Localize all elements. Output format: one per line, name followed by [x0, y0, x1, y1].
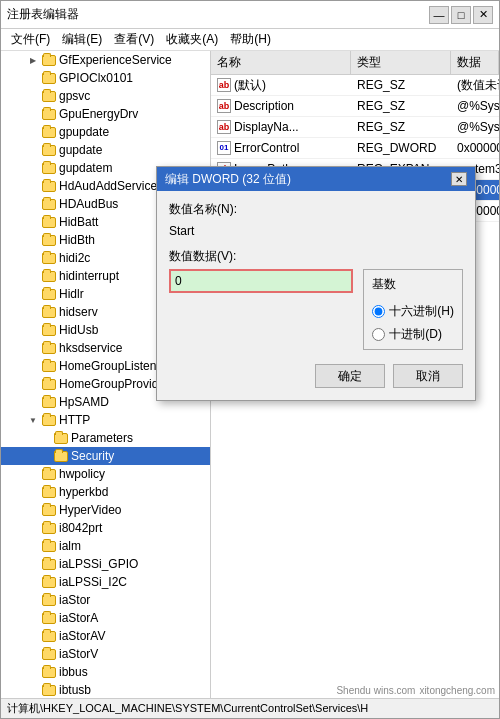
- tree-item[interactable]: ialm: [1, 537, 210, 555]
- reg-value-icon: ab: [217, 99, 231, 113]
- table-cell-name: 01ErrorControl: [211, 138, 351, 158]
- tree-item[interactable]: ▶GfExperienceService: [1, 51, 210, 69]
- dialog-close-button[interactable]: ✕: [451, 172, 467, 186]
- radio-hex[interactable]: [372, 305, 385, 318]
- radio-dec[interactable]: [372, 328, 385, 341]
- tree-toggle-icon[interactable]: [37, 448, 53, 464]
- tree-item[interactable]: GPIOClx0101: [1, 69, 210, 87]
- tree-item[interactable]: iaLPSSi_I2C: [1, 573, 210, 591]
- tree-item-label: HidBth: [59, 233, 95, 247]
- tree-item[interactable]: GpuEnergyDrv: [1, 105, 210, 123]
- tree-toggle-icon[interactable]: [25, 106, 41, 122]
- tree-toggle-icon[interactable]: [25, 556, 41, 572]
- tree-toggle-icon[interactable]: [25, 358, 41, 374]
- tree-item[interactable]: iaStorAV: [1, 627, 210, 645]
- tree-item[interactable]: iaStor: [1, 591, 210, 609]
- tree-toggle-icon[interactable]: [25, 466, 41, 482]
- tree-item-label: hidinterrupt: [59, 269, 119, 283]
- tree-toggle-icon[interactable]: ▶: [25, 52, 41, 68]
- tree-toggle-icon[interactable]: [25, 484, 41, 500]
- tree-toggle-icon[interactable]: [25, 214, 41, 230]
- base-radio-group: 基数 十六进制(H) 十进制(D): [363, 269, 463, 350]
- minimize-button[interactable]: —: [429, 6, 449, 24]
- maximize-button[interactable]: □: [451, 6, 471, 24]
- tree-item[interactable]: Security: [1, 447, 210, 465]
- folder-icon: [41, 484, 57, 500]
- folder-icon: [41, 232, 57, 248]
- tree-toggle-icon[interactable]: [25, 142, 41, 158]
- tree-toggle-icon[interactable]: [25, 592, 41, 608]
- close-button[interactable]: ✕: [473, 6, 493, 24]
- tree-toggle-icon[interactable]: [25, 520, 41, 536]
- tree-item[interactable]: ▼HTTP: [1, 411, 210, 429]
- folder-icon: [41, 214, 57, 230]
- folder-icon: [41, 178, 57, 194]
- tree-toggle-icon[interactable]: [25, 196, 41, 212]
- tree-item[interactable]: gpsvc: [1, 87, 210, 105]
- tree-item[interactable]: HyperVideo: [1, 501, 210, 519]
- tree-item[interactable]: Parameters: [1, 429, 210, 447]
- tree-toggle-icon[interactable]: [25, 160, 41, 176]
- folder-icon: [41, 52, 57, 68]
- table-row[interactable]: abDisplayNa...REG_SZ@%SystemRoot%\s: [211, 117, 499, 138]
- folder-icon: [41, 394, 57, 410]
- tree-item[interactable]: iaLPSSi_GPIO: [1, 555, 210, 573]
- tree-toggle-icon[interactable]: [25, 394, 41, 410]
- table-row[interactable]: 01ErrorControlREG_DWORD0x00000001 (1): [211, 138, 499, 159]
- tree-item[interactable]: hwpolicy: [1, 465, 210, 483]
- tree-item[interactable]: ibbus: [1, 663, 210, 681]
- tree-toggle-icon[interactable]: [25, 88, 41, 104]
- tree-item[interactable]: ibtusb: [1, 681, 210, 698]
- tree-item-label: iaLPSSi_I2C: [59, 575, 127, 589]
- table-row[interactable]: abDescriptionREG_SZ@%SystemRoot%\s: [211, 96, 499, 117]
- table-row[interactable]: ab(默认)REG_SZ(数值未设置): [211, 75, 499, 96]
- radio-hex-label[interactable]: 十六进制(H): [372, 303, 454, 320]
- folder-icon: [41, 466, 57, 482]
- tree-toggle-icon[interactable]: [25, 646, 41, 662]
- menu-help[interactable]: 帮助(H): [224, 29, 277, 50]
- folder-icon: [41, 628, 57, 644]
- tree-item-label: HTTP: [59, 413, 90, 427]
- tree-toggle-icon[interactable]: [25, 538, 41, 554]
- dialog-buttons: 确定 取消: [169, 358, 463, 390]
- tree-toggle-icon[interactable]: [25, 70, 41, 86]
- value-data-input[interactable]: [169, 269, 353, 293]
- ok-button[interactable]: 确定: [315, 364, 385, 388]
- tree-toggle-icon[interactable]: [25, 664, 41, 680]
- tree-toggle-icon[interactable]: [25, 376, 41, 392]
- menu-view[interactable]: 查看(V): [108, 29, 160, 50]
- tree-toggle-icon[interactable]: [25, 682, 41, 698]
- folder-icon: [41, 538, 57, 554]
- table-cell-name: abDisplayNa...: [211, 117, 351, 137]
- tree-toggle-icon[interactable]: [25, 286, 41, 302]
- tree-toggle-icon[interactable]: [25, 304, 41, 320]
- menu-bar: 文件(F) 编辑(E) 查看(V) 收藏夹(A) 帮助(H): [1, 29, 499, 51]
- tree-item[interactable]: iaStorV: [1, 645, 210, 663]
- tree-item[interactable]: gpupdate: [1, 123, 210, 141]
- tree-item[interactable]: iaStorA: [1, 609, 210, 627]
- tree-item[interactable]: gupdate: [1, 141, 210, 159]
- tree-toggle-icon[interactable]: [25, 124, 41, 140]
- tree-toggle-icon[interactable]: [25, 610, 41, 626]
- col-header-name: 名称: [211, 51, 351, 74]
- tree-toggle-icon[interactable]: [25, 574, 41, 590]
- tree-item-label: iaStorA: [59, 611, 98, 625]
- tree-item[interactable]: i8042prt: [1, 519, 210, 537]
- tree-toggle-icon[interactable]: [25, 628, 41, 644]
- menu-favorites[interactable]: 收藏夹(A): [160, 29, 224, 50]
- menu-file[interactable]: 文件(F): [5, 29, 56, 50]
- tree-toggle-icon[interactable]: [25, 178, 41, 194]
- cancel-button[interactable]: 取消: [393, 364, 463, 388]
- tree-toggle-icon[interactable]: [25, 268, 41, 284]
- radio-dec-label[interactable]: 十进制(D): [372, 326, 454, 343]
- menu-edit[interactable]: 编辑(E): [56, 29, 108, 50]
- tree-toggle-icon[interactable]: [25, 340, 41, 356]
- tree-toggle-icon[interactable]: [25, 322, 41, 338]
- tree-item[interactable]: hyperkbd: [1, 483, 210, 501]
- tree-toggle-icon[interactable]: [25, 232, 41, 248]
- tree-toggle-icon[interactable]: [25, 250, 41, 266]
- tree-toggle-icon[interactable]: [37, 430, 53, 446]
- tree-toggle-icon[interactable]: [25, 502, 41, 518]
- tree-toggle-icon[interactable]: ▼: [25, 412, 41, 428]
- table-cell-data: (数值未设置): [451, 75, 499, 95]
